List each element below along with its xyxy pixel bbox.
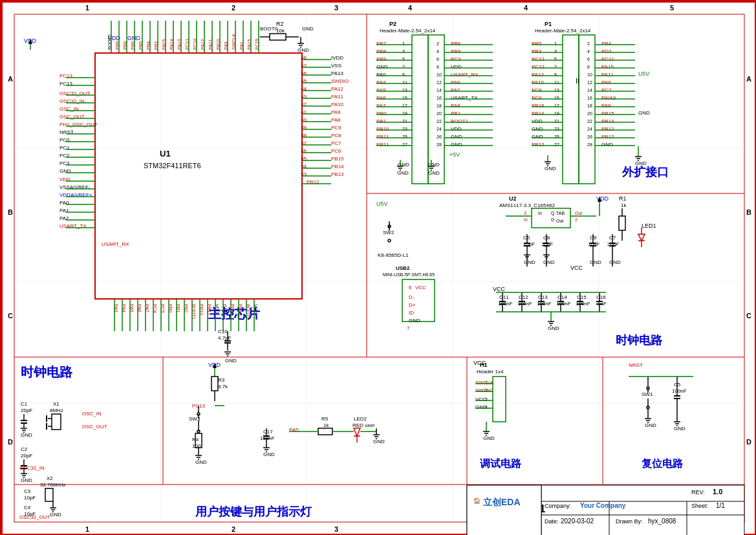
- svg-text:LED1: LED1: [642, 223, 656, 229]
- svg-text:PC6: PC6: [532, 95, 542, 101]
- svg-text:PA7: PA7: [376, 103, 386, 109]
- svg-text:C13: C13: [538, 294, 548, 300]
- svg-text:PC9: PC9: [331, 125, 341, 131]
- svg-text:10: 10: [587, 72, 592, 77]
- svg-text:SW1: SW1: [642, 391, 653, 397]
- svg-text:15: 15: [402, 96, 407, 100]
- svg-text:BOOT0: BOOT0: [260, 26, 278, 32]
- svg-text:PC11: PC11: [601, 56, 615, 62]
- svg-text:SW2: SW2: [383, 230, 394, 235]
- svg-text:21: 21: [402, 119, 407, 124]
- svg-text:7: 7: [407, 325, 410, 331]
- svg-text:OSC32_OUT: OSC32_OUT: [19, 514, 50, 520]
- svg-text:4: 4: [524, 4, 528, 12]
- svg-text:1/1: 1/1: [716, 502, 725, 509]
- svg-text:C17: C17: [263, 429, 273, 435]
- svg-text:LED2: LED2: [354, 416, 367, 422]
- svg-text:19: 19: [402, 111, 407, 116]
- svg-text:复位电路: 复位电路: [642, 458, 684, 469]
- svg-text:PB14: PB14: [532, 111, 545, 116]
- svg-text:Q: Q: [551, 211, 555, 216]
- svg-text:4: 4: [485, 405, 488, 409]
- svg-text:5: 5: [670, 4, 674, 12]
- svg-text:PA7: PA7: [451, 87, 460, 93]
- svg-text:6: 6: [587, 57, 590, 61]
- svg-text:PC3: PC3: [451, 56, 461, 62]
- svg-text:3: 3: [334, 525, 338, 533]
- svg-text:PB14: PB14: [331, 164, 344, 169]
- svg-text:PA15: PA15: [601, 64, 614, 70]
- svg-text:AMS1117-3.3_C165482: AMS1117-3.3_C165482: [499, 202, 555, 208]
- svg-text:PC7: PC7: [331, 140, 341, 146]
- svg-text:D: D: [8, 438, 13, 446]
- svg-text:GND: GND: [21, 477, 32, 483]
- svg-text:PB10: PB10: [376, 126, 389, 132]
- svg-text:PC8: PC8: [532, 87, 542, 93]
- svg-text:4.7k: 4.7k: [218, 384, 228, 389]
- svg-text:GND: GND: [532, 134, 543, 140]
- svg-text:C12: C12: [519, 294, 528, 300]
- svg-marker-651: [354, 428, 360, 436]
- svg-text:16: 16: [587, 96, 592, 100]
- svg-text:PA12: PA12: [532, 72, 545, 78]
- svg-text:SWDIO: SWDIO: [331, 78, 349, 84]
- svg-text:调试电路: 调试电路: [480, 458, 522, 469]
- svg-text:PB9: PB9: [376, 56, 387, 62]
- svg-text:18: 18: [437, 104, 442, 108]
- svg-text:VCC: VCC: [415, 285, 426, 290]
- svg-text:8: 8: [587, 65, 590, 69]
- svg-text:PB5: PB5: [532, 41, 542, 47]
- svg-text:GND: GND: [21, 432, 32, 438]
- svg-text:PB12: PB12: [601, 134, 614, 140]
- svg-text:20pF: 20pF: [21, 453, 32, 459]
- svg-text:USB2: USB2: [396, 265, 410, 271]
- svg-text:8MHz: 8MHz: [50, 408, 63, 413]
- svg-text:GND: GND: [195, 459, 207, 465]
- svg-text:20: 20: [437, 111, 442, 116]
- svg-text:C11: C11: [499, 294, 509, 300]
- svg-text:GND: GND: [263, 452, 275, 457]
- svg-text:OSC32_IN: OSC32_IN: [19, 465, 45, 471]
- svg-text:C: C: [8, 312, 13, 320]
- svg-text:PA9: PA9: [601, 103, 611, 109]
- svg-text:28: 28: [437, 142, 442, 147]
- svg-text:OSC_IN: OSC_IN: [82, 411, 102, 417]
- svg-text:PA8: PA8: [451, 103, 460, 109]
- svg-text:VDD: VDD: [532, 118, 543, 124]
- svg-text:TAB: TAB: [556, 211, 565, 215]
- svg-text:PB13: PB13: [331, 171, 344, 177]
- svg-text:PA0: PA0: [376, 72, 386, 78]
- svg-text:22: 22: [437, 119, 442, 124]
- svg-text:GND: GND: [601, 142, 613, 147]
- svg-text:Header-Male-2.54_2x14: Header-Male-2.54_2x14: [380, 28, 436, 34]
- svg-text:用户按键与用户指示灯: 用户按键与用户指示灯: [195, 505, 312, 518]
- svg-text:2: 2: [485, 388, 488, 393]
- svg-text:PB15: PB15: [601, 111, 614, 116]
- svg-text:14: 14: [437, 88, 442, 93]
- svg-text:1: 1: [485, 380, 488, 385]
- svg-text:Drawn By:: Drawn By:: [616, 518, 643, 525]
- svg-text:ID: ID: [409, 310, 414, 316]
- svg-text:C3: C3: [24, 488, 31, 494]
- svg-text:GND: GND: [302, 26, 314, 32]
- svg-text:3: 3: [334, 4, 338, 12]
- svg-text:IVDD: IVDD: [331, 55, 343, 61]
- svg-text:hyx_0808: hyx_0808: [648, 518, 676, 525]
- svg-text:3: 3: [402, 49, 405, 54]
- svg-text:PA6: PA6: [451, 80, 460, 85]
- svg-text:PB1: PB1: [376, 118, 387, 124]
- svg-text:R3: R3: [218, 377, 225, 383]
- svg-text:PB7: PB7: [376, 41, 387, 47]
- svg-text:27: 27: [554, 142, 559, 147]
- svg-text:+5V: +5V: [449, 151, 460, 158]
- svg-text:17: 17: [402, 104, 407, 108]
- svg-text:10pF: 10pF: [24, 495, 36, 501]
- svg-text:PA10: PA10: [532, 80, 545, 85]
- svg-text:BOOT1: BOOT1: [451, 118, 469, 124]
- svg-text:25: 25: [402, 135, 407, 139]
- svg-text:PB9: PB9: [451, 49, 461, 54]
- svg-text:1: 1: [554, 41, 557, 46]
- svg-rect-428: [270, 34, 286, 40]
- svg-text:GND: GND: [409, 318, 420, 323]
- svg-text:PD2: PD2: [601, 49, 612, 54]
